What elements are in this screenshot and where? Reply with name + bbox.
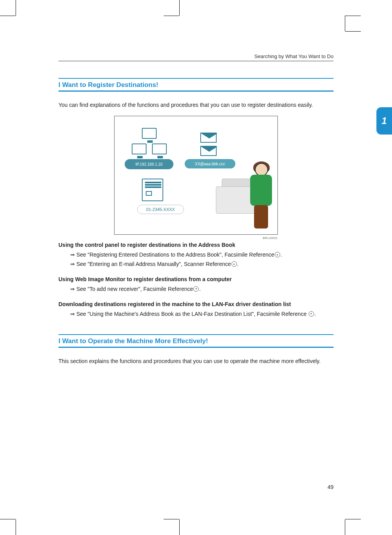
- cd-icon: [193, 286, 199, 292]
- email-bubble: XX@aaa.bbb.ccc: [185, 159, 235, 168]
- computer-icon: [142, 128, 157, 139]
- figure-container: IP.192.169.1.10 XX@aaa.bbb.ccc 01-2345-X…: [58, 116, 334, 235]
- chapter-tab: 1: [376, 107, 392, 135]
- running-head: Searching by What You Want to Do: [254, 53, 334, 59]
- reference-suffix: .: [314, 311, 316, 317]
- crop-mark: [179, 0, 180, 16]
- section-intro: This section explains the functions and …: [58, 357, 334, 365]
- envelope-icon: [200, 146, 217, 156]
- cd-icon: [275, 252, 280, 257]
- crop-mark: [179, 519, 180, 535]
- crop-mark: [345, 519, 345, 535]
- ip-label: IP.192.169.1.10: [136, 162, 162, 167]
- crop-mark: [345, 16, 361, 16]
- reference-text: ⇒ See "Using the Machine's Address Book …: [70, 311, 308, 317]
- crop-mark: [0, 16, 16, 16]
- crop-mark: [16, 519, 16, 535]
- page-number: 49: [327, 484, 334, 490]
- section-rule: [58, 90, 334, 92]
- crop-mark: [345, 519, 361, 519]
- crop-mark: [345, 31, 361, 32]
- section-intro: You can find explanations of the functio…: [58, 101, 334, 109]
- figure-code: BRL060S: [263, 236, 277, 240]
- crop-mark: [345, 16, 345, 31]
- reference-suffix: .: [199, 286, 201, 292]
- email-label: XX@aaa.bbb.ccc: [195, 162, 225, 166]
- reference-suffix: .: [281, 252, 282, 258]
- reference-line: ⇒ See "Entering an E-mail Address Manual…: [70, 260, 334, 269]
- cd-icon: [309, 311, 314, 317]
- crop-mark: [164, 16, 179, 16]
- fax-label: 01-2345-XXXX: [146, 207, 175, 212]
- fax-document-icon: [142, 179, 163, 201]
- crop-mark: [164, 519, 179, 519]
- person-illustration: [247, 163, 274, 233]
- page: Searching by What You Want to Do 1 I Wan…: [0, 0, 392, 535]
- reference-text: ⇒ See "Registering Entered Destinations …: [70, 252, 274, 258]
- crop-mark: [16, 0, 16, 16]
- section-title: I Want to Register Destinations!: [58, 81, 334, 89]
- ip-bubble: IP.192.169.1.10: [125, 159, 173, 169]
- subheading: Using the control panel to register dest…: [58, 242, 334, 248]
- chapter-tab-label: 1: [381, 115, 387, 126]
- illustration: IP.192.169.1.10 XX@aaa.bbb.ccc 01-2345-X…: [114, 116, 278, 235]
- content-area: I Want to Register Destinations! You can…: [58, 78, 334, 372]
- cd-icon: [231, 261, 237, 267]
- crop-mark: [0, 519, 16, 519]
- computer-icon: [132, 143, 147, 154]
- section-rule: [58, 78, 334, 79]
- envelope-icon: [200, 133, 217, 143]
- reference-suffix: .: [237, 261, 239, 267]
- header-rule: [58, 61, 334, 61]
- reference-line: ⇒ See "To add new receiver", Facsimile R…: [70, 285, 334, 294]
- section-rule: [58, 347, 334, 348]
- reference-line: ⇒ See "Using the Machine's Address Book …: [70, 310, 334, 319]
- reference-text: ⇒ See "To add new receiver", Facsimile R…: [70, 286, 193, 292]
- section-title: I Want to Operate the Machine More Effec…: [58, 337, 334, 345]
- reference-line: ⇒ See "Registering Entered Destinations …: [70, 250, 334, 260]
- subheading: Downloading destinations registered in t…: [58, 301, 334, 307]
- section-rule: [58, 334, 334, 335]
- subheading: Using Web Image Monitor to register dest…: [58, 276, 334, 282]
- fax-bubble: 01-2345-XXXX: [137, 205, 184, 214]
- section: I Want to Operate the Machine More Effec…: [58, 334, 334, 365]
- reference-text: ⇒ See "Entering an E-mail Address Manual…: [70, 261, 231, 267]
- computer-icon: [152, 143, 167, 154]
